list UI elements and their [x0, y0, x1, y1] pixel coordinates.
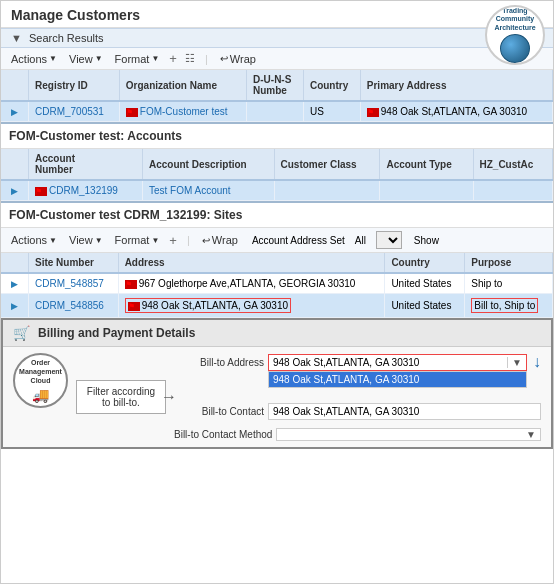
billing-body: OrderManagementCloud 🚚 Filter according … [3, 347, 551, 447]
sites-view-button[interactable]: View ▼ [67, 233, 105, 247]
om-cloud-logo: OrderManagementCloud 🚚 [13, 353, 68, 408]
col-registry-id: Registry ID [29, 70, 120, 101]
site-col-number: Site Number [29, 253, 119, 273]
site2-country-cell: United States [385, 294, 465, 318]
site-col-expand [1, 253, 29, 273]
acct-col-class: Customer Class [274, 149, 380, 180]
col-expand [1, 70, 29, 101]
contact-method-caret[interactable]: ▼ [522, 429, 540, 440]
sites-add-icon[interactable]: + [169, 233, 177, 248]
tca-logo: TradingCommunityArchitecture [485, 5, 545, 65]
site2-address-cell: ⚑948 Oak St,ATLANTA, GA 30310 [118, 294, 385, 318]
acct-type-cell [380, 180, 473, 201]
show-label: Show [414, 235, 439, 246]
flag-icon: ⚑ [126, 108, 138, 117]
duns-cell [247, 101, 304, 122]
billing-panel: 🛒 Billing and Payment Details OrderManag… [1, 318, 553, 449]
address-cell: ⚑948 Oak St,ATLANTA, GA 30310 [360, 101, 552, 122]
acct-flag-icon: ⚑ [35, 187, 47, 196]
bill-to-address-label: Bill-to Address [174, 357, 264, 368]
org-name-cell: ⚑FOM-Customer test [119, 101, 246, 122]
separator: | [205, 53, 208, 65]
format-caret: ▼ [151, 54, 159, 63]
acct-col-number: AccountNumber [29, 149, 143, 180]
sites-actions-caret: ▼ [49, 236, 57, 245]
col-org-name: Organization Name [119, 70, 246, 101]
table-row: ▶ CDRM_700531 ⚑FOM-Customer test US ⚑948… [1, 101, 553, 122]
bill-to-contact-method-label: Bill-to Contact Method [174, 429, 272, 440]
bill-to-contact-label: Bill-to Contact [174, 406, 264, 417]
acct-number-cell: ⚑CDRM_132199 [29, 180, 143, 201]
acct-desc-link[interactable]: Test FOM Account [149, 185, 231, 196]
view-button[interactable]: View ▼ [67, 52, 105, 66]
cart-icon: 🛒 [13, 325, 30, 341]
accounts-table: AccountNumber Account Description Custom… [1, 149, 553, 201]
sites-sep: | [187, 234, 190, 246]
sites-format-button[interactable]: Format ▼ [113, 233, 162, 247]
actions-button[interactable]: Actions ▼ [9, 52, 59, 66]
sites-view-caret: ▼ [95, 236, 103, 245]
sites-actions-button[interactable]: Actions ▼ [9, 233, 59, 247]
site2-purpose-cell: Bill to, Ship to [465, 294, 553, 318]
page-header: Manage Customers [1, 1, 553, 28]
bill-to-address-dropdown: 948 Oak St,ATLANTA, GA 30310 [268, 371, 527, 388]
site-col-purpose: Purpose [465, 253, 553, 273]
columns-icon[interactable]: ☷ [185, 52, 195, 65]
site-purpose-cell: Ship to [465, 273, 553, 294]
acct-desc-cell: Test FOM Account [142, 180, 274, 201]
account-address-set-select[interactable] [376, 231, 402, 249]
billing-fields: Bill-to Address 948 Oak St,ATLANTA, GA 3… [174, 353, 541, 441]
bill-to-address-select[interactable]: 948 Oak St,ATLANTA, GA 30310 ▼ [268, 354, 527, 371]
table-row: ▶ ⚑CDRM_132199 Test FOM Account [1, 180, 553, 201]
dropdown-option-selected[interactable]: 948 Oak St,ATLANTA, GA 30310 [269, 372, 526, 387]
site-expand-cell[interactable]: ▶ [1, 273, 29, 294]
callout-box: Filter according to bill-to. → [76, 380, 166, 414]
table-row: ▶ CDRM_548856 ⚑948 Oak St,ATLANTA, GA 30… [1, 294, 553, 318]
search-results-table: Registry ID Organization Name D-U-N-SNum… [1, 70, 553, 122]
bill-to-address-dropdown-caret[interactable]: ▼ [507, 357, 526, 368]
sites-title: FOM-Customer test CDRM_132199: Sites [1, 203, 553, 228]
bill-to-contact-row: Bill-to Contact 948 Oak St,ATLANTA, GA 3… [174, 403, 541, 420]
billing-header: 🛒 Billing and Payment Details [3, 320, 551, 347]
acct-hz-cell [473, 180, 553, 201]
site-country-cell: United States [385, 273, 465, 294]
col-country: Country [303, 70, 360, 101]
tca-globe-icon [500, 34, 530, 63]
site-col-country: Country [385, 253, 465, 273]
site-col-address: Address [118, 253, 385, 273]
site2-number-link[interactable]: CDRM_548856 [35, 300, 104, 311]
page-title: Manage Customers [11, 7, 140, 23]
sites-section: FOM-Customer test CDRM_132199: Sites Act… [1, 201, 553, 318]
acct-expand-cell[interactable]: ▶ [1, 180, 29, 201]
sites-wrap-button[interactable]: ↩ Wrap [200, 233, 240, 247]
callout-container: Filter according to bill-to. → [76, 353, 166, 441]
format-button[interactable]: Format ▼ [113, 52, 162, 66]
bill-to-contact-input[interactable]: 948 Oak St,ATLANTA, GA 30310 [268, 403, 541, 420]
site2-expand-cell[interactable]: ▶ [1, 294, 29, 318]
org-name-link[interactable]: FOM-Customer test [140, 106, 228, 117]
col-address: Primary Address [360, 70, 552, 101]
site2-flag-icon: ⚑ [128, 302, 140, 311]
search-toolbar: Actions ▼ View ▼ Format ▼ + ☷ | ↩ Wrap [1, 48, 553, 70]
acct-col-hz: HZ_CustAc [473, 149, 553, 180]
down-arrow-indicator: ↓ [533, 353, 541, 371]
billing-title: Billing and Payment Details [38, 326, 195, 340]
search-results-label: ▼ Search Results [1, 28, 553, 48]
registry-id-link[interactable]: CDRM_700531 [35, 106, 104, 117]
acct-number-link[interactable]: CDRM_132199 [49, 185, 118, 196]
site-number-link[interactable]: CDRM_548857 [35, 278, 104, 289]
acct-class-cell [274, 180, 380, 201]
wrap-button[interactable]: ↩ Wrap [218, 52, 258, 66]
site2-number-cell: CDRM_548856 [29, 294, 119, 318]
add-icon[interactable]: + [169, 51, 177, 66]
row-expand-cell[interactable]: ▶ [1, 101, 29, 122]
acct-col-expand [1, 149, 29, 180]
sites-table: Site Number Address Country Purpose ▶ CD… [1, 253, 553, 318]
tca-logo-text: TradingCommunityArchitecture [494, 7, 535, 32]
country-cell: US [303, 101, 360, 122]
collapse-icon[interactable]: ▼ [11, 32, 22, 44]
accounts-section: FOM-Customer test: Accounts AccountNumbe… [1, 122, 553, 201]
bill-to-contact-method-select[interactable]: ▼ [276, 428, 541, 441]
callout-arrow-icon: → [161, 388, 177, 406]
accounts-title: FOM-Customer test: Accounts [1, 124, 553, 149]
